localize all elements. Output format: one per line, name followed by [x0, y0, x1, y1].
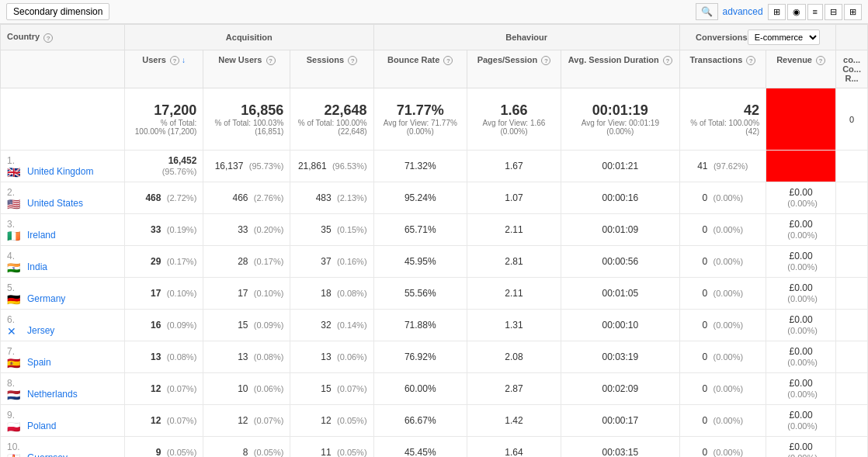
search-button[interactable]: 🔍 [696, 3, 718, 20]
transactions-help-icon[interactable]: ? [746, 56, 755, 65]
transactions-pct: (0.00%) [713, 257, 744, 266]
pages-session-help-icon[interactable]: ? [541, 56, 550, 65]
revenue-help-icon[interactable]: ? [816, 56, 825, 65]
flag-icon: ✕ [7, 326, 23, 336]
table-row: 8.🇳🇱Netherlands12 (0.07%)10 (0.06%)15 (0… [1, 373, 868, 405]
total-label-cell [1, 88, 125, 151]
transactions-pct: (97.62%) [713, 161, 748, 171]
bounce-rate-help-icon[interactable]: ? [443, 56, 453, 65]
country-cell: 1.🇬🇧United Kingdom [1, 151, 125, 182]
sessions-cell: 483 (2.13%) [290, 182, 373, 214]
country-cell: 2.🇺🇸United States [1, 182, 125, 214]
revenue-pct: (0.00%) [787, 358, 818, 367]
table-row: 5.🇩🇪Germany17 (0.10%)17 (0.10%)18 (0.08%… [1, 278, 868, 310]
country-link[interactable]: 🇺🇸United States [7, 198, 118, 209]
conversion-rate-cell [836, 151, 868, 182]
country-link[interactable]: ✕Jersey [7, 325, 118, 336]
users-cell: 17 (0.10%) [125, 278, 203, 310]
country-label: Country [7, 32, 40, 41]
revenue-pct: (0.00%) [787, 389, 818, 399]
col-header-users: Users ? ↓ [125, 50, 203, 88]
transactions-pct: (0.00%) [713, 225, 744, 234]
new-users-pct: (0.09%) [254, 320, 284, 330]
sessions-cell: 11 (0.05%) [290, 437, 373, 458]
sessions-pct: (2.13%) [337, 193, 367, 203]
country-name: Spain [27, 357, 51, 368]
analytics-table: Country ? Acquisition Behaviour Conversi… [0, 24, 868, 457]
avg-session-cell: 00:03:15 [561, 437, 680, 458]
flag-icon: 🇪🇸 [7, 358, 23, 368]
revenue-cell: £0.00 (0.00%) [766, 341, 836, 373]
country-name: Germany [27, 293, 65, 304]
total-transactions-sub: % of Total: 100.00% (42) [686, 119, 759, 136]
conversion-rate-cell [836, 373, 868, 405]
pages-session-cell: 1.67 [467, 151, 561, 182]
transactions-cell: 0 (0.00%) [679, 373, 766, 405]
total-row: 17,200 % of Total: 100.00% (17,200) 16,8… [1, 88, 868, 151]
view-icons: ⊞ ◉ ≡ ⊟ ⊞ [768, 4, 862, 20]
group-header-conversion-rate [836, 25, 868, 50]
country-help-icon[interactable]: ? [43, 33, 53, 43]
country-link[interactable]: 🇮🇳India [7, 261, 118, 272]
users-value: 29 [151, 256, 161, 267]
sort-arrow-users[interactable]: ↓ [182, 56, 186, 64]
col-header-avg-session: Avg. Session Duration ? [561, 50, 680, 88]
country-link[interactable]: 🇬🇧United Kingdom [7, 166, 118, 177]
users-cell: 29 (0.17%) [125, 246, 203, 278]
circle-view-button[interactable]: ◉ [787, 4, 806, 20]
compare-view-button[interactable]: ⊟ [825, 4, 842, 20]
new-users-pct: (0.06%) [254, 384, 284, 393]
flag-icon: 🇳🇱 [7, 389, 23, 400]
users-cell: 12 (0.07%) [125, 405, 203, 437]
country-cell: 6.✕Jersey [1, 310, 125, 341]
advanced-link[interactable]: advanced [723, 6, 763, 17]
total-new-users-sub: % of Total: 100.03% (16,851) [210, 119, 283, 136]
country-cell: 7.🇪🇸Spain [1, 341, 125, 373]
transactions-pct: (0.00%) [713, 352, 744, 362]
sessions-cell: 37 (0.16%) [290, 246, 373, 278]
sessions-pct: (96.53%) [332, 161, 367, 171]
new-users-cell: 16,137 (95.73%) [203, 151, 290, 182]
list-view-button[interactable]: ≡ [807, 4, 823, 20]
sessions-help-icon[interactable]: ? [348, 56, 357, 65]
secondary-dimension-button[interactable]: Secondary dimension [6, 3, 109, 20]
total-bounce-rate-sub: Avg for View: 71.77% (0.00%) [380, 119, 460, 136]
avg-session-cell: 00:00:56 [561, 246, 680, 278]
revenue-cell: £0.00 (0.00%) [766, 278, 836, 310]
total-transactions-value: 42 [686, 102, 759, 119]
users-cell: 16 (0.09%) [125, 310, 203, 341]
total-avg-session-sub: Avg for View: 00:01:19 (0.00%) [568, 119, 673, 136]
revenue-pct: (0.00%) [787, 230, 818, 240]
avg-session-help-icon[interactable]: ? [663, 56, 672, 65]
table-row: 10.🇬🇬Guernsey9 (0.05%)8 (0.05%)11 (0.05%… [1, 437, 868, 458]
revenue-pct: (0.00%) [787, 421, 818, 431]
conversion-rate-cell [836, 214, 868, 246]
flag-icon: 🇬🇬 [7, 453, 23, 458]
sessions-pct: (0.05%) [337, 416, 367, 425]
new-users-pct: (0.17%) [254, 257, 284, 266]
users-pct: (0.09%) [167, 320, 197, 330]
total-new-users-value: 16,856 [210, 102, 283, 119]
col-header-pages-session: Pages/Session ? [467, 50, 561, 88]
total-users-value: 17,200 [131, 102, 196, 119]
settings-view-button[interactable]: ⊞ [844, 4, 862, 20]
country-name: United Kingdom [27, 166, 93, 177]
country-link[interactable]: 🇮🇪Ireland [7, 230, 118, 241]
conversions-select[interactable]: E-commerce [748, 29, 820, 45]
table-row: 1.🇬🇧United Kingdom16,452 (95.76%)16,137 … [1, 151, 868, 182]
transactions-cell: 0 (0.00%) [679, 182, 766, 214]
transactions-pct: (0.00%) [713, 193, 744, 203]
country-link[interactable]: 🇩🇪Germany [7, 293, 118, 304]
country-link[interactable]: 🇬🇬Guernsey [7, 452, 118, 457]
users-help-icon[interactable]: ? [170, 56, 179, 65]
users-value: 13 [151, 351, 161, 362]
users-value: 16 [151, 320, 161, 331]
country-link[interactable]: 🇵🇱Poland [7, 421, 118, 431]
country-link[interactable]: 🇪🇸Spain [7, 357, 118, 368]
table-row: 9.🇵🇱Poland12 (0.07%)12 (0.07%)12 (0.05%)… [1, 405, 868, 437]
grid-view-button[interactable]: ⊞ [768, 4, 786, 20]
sessions-cell: 35 (0.15%) [290, 214, 373, 246]
country-link[interactable]: 🇳🇱Netherlands [7, 389, 118, 400]
new-users-cell: 8 (0.05%) [203, 437, 290, 458]
new-users-help-icon[interactable]: ? [266, 56, 276, 65]
